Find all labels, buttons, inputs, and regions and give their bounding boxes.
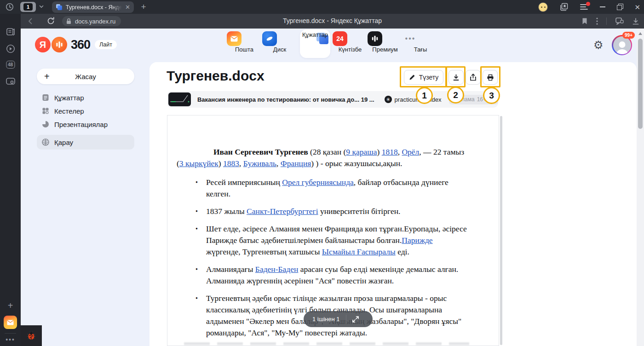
tab-title: Тургенев.docx - Яндекс [66,4,122,11]
browser-menu-icon[interactable] [580,4,588,10]
document-link[interactable]: Парижде [402,236,432,245]
browser-tab-strip: 1 Тургенев.docx - Яндекс ✕ + ✕ [0,0,644,14]
nav-item-documents[interactable]: Құжаттар [298,31,333,38]
tab-counter[interactable]: 1 [20,2,36,12]
calendar-icon: 24 [333,31,347,46]
news-feed-icon[interactable] [6,27,16,37]
page-indicator-text: 1 ішінен 1 [312,316,339,323]
fullscreen-expand-icon[interactable] [352,316,359,323]
sidebar-item-view[interactable]: Қарау [37,135,134,150]
browser-window: 1 Тургенев.docx - Яндекс ✕ + ✕ [0,0,644,346]
document-link[interactable]: Санкт-Петербургтегі [247,207,318,216]
share-button[interactable] [466,70,481,85]
document-list-icon [41,93,50,102]
screenshot-icon[interactable] [5,76,16,86]
document-text: ) ) - орыс жазушысы,ақын. [311,159,402,168]
document-link[interactable]: Орел губерниясында [282,178,354,187]
ad-source[interactable]: ✳ practicum.yandex [385,96,442,103]
ad-title: Вакансия инженера по тестированию: от но… [197,96,374,103]
highlight-box-print [480,66,500,87]
document-link[interactable]: 9 қараша [346,147,377,156]
document-link[interactable]: Буживаль [243,159,276,168]
video-play-icon[interactable] [6,44,16,54]
yandex-mail-icon[interactable] [4,316,17,329]
document-link[interactable]: 1883 [223,159,239,168]
window-restore-button[interactable] [617,5,622,10]
document-bullet: Ресей империясының Орел губерниясында, б… [194,177,468,200]
annotation-circle-3: 3 [483,87,500,104]
browser-scrollbar[interactable] [637,29,644,346]
history-clock-icon[interactable] [5,2,14,12]
document-text: , [239,159,243,168]
bookmarks-panel-icon[interactable] [560,3,568,11]
downloads-icon[interactable] [632,17,639,25]
tab-close-icon[interactable]: ✕ [125,4,130,10]
document-text: ) [377,147,382,156]
chevron-down-icon[interactable] [39,4,44,9]
browser-toolbar: docs.yandex.ru Тургенев.docx - Яндекс Құ… [21,14,644,29]
create-button[interactable]: + Жасау [37,69,134,84]
document-link[interactable]: Франция [281,159,311,168]
nav-item-disk[interactable]: Диск [262,31,297,53]
annotation-circle-1: 1 [416,87,433,104]
scroll-up-arrow[interactable] [638,32,642,35]
cutoff-text-hint [184,342,469,345]
share-icon [470,74,477,81]
sidebar-divider [5,333,16,334]
browser-profile-avatar[interactable] [538,2,548,12]
bug-ad-overlay[interactable] [21,325,42,346]
add-panel-icon[interactable]: + [8,301,13,310]
pill-divider [346,315,346,324]
nav-item-calendar[interactable]: 24 Күнтізбе [333,31,368,53]
practicum-logo-icon: ✳ [385,96,392,103]
browser-tab[interactable]: Тургенев.docx - Яндекс ✕ [52,1,134,13]
document-text: Иван Сергеевич Тургенев [213,147,308,156]
highlight-box-edit [400,66,447,87]
nav-item-premium[interactable]: Премиум [368,31,402,53]
document-text: еді. [396,247,409,256]
more-apps-icon: ••• [403,31,418,46]
disk-icon [262,31,277,46]
user-avatar[interactable]: 99+ [612,35,632,55]
document-link[interactable]: 1818 [382,147,398,156]
sidebar-item-tables[interactable]: Кестелер [37,104,134,117]
document-title: Тургенев.docx [167,68,264,84]
annotation-circle-2: 2 [447,86,464,104]
document-link[interactable]: Баден-Баден [255,265,299,274]
page-scrollbar[interactable] [500,116,502,345]
presentations-pie-icon [41,120,50,128]
window-minimize-button[interactable] [600,6,605,7]
mail-icon [227,31,242,46]
bookmark-icon[interactable] [581,17,588,25]
ladybug-icon [25,330,37,342]
document-favicon [56,4,63,11]
document-text: 1837 жылы [206,207,247,216]
sidebar-item-presentations[interactable]: Презентациялар [37,118,134,131]
window-close-button[interactable]: ✕ [634,4,640,11]
document-text: университетін бітірген. [318,207,401,216]
more-options-icon[interactable] [596,17,598,25]
globe-icon [41,138,50,146]
scrollbar-thumb[interactable] [638,39,643,129]
nav-item-mail[interactable]: Пошта [227,31,262,53]
document-link[interactable]: 3 қыркүйек [179,159,218,168]
extensions-icon[interactable] [615,17,624,25]
page-title: Тургенев.docx - Яндекс Құжаттар [21,17,644,24]
nav-item-more[interactable]: ••• Тағы [403,31,438,53]
document-text: Алманиядағы [206,265,255,274]
ad-thumbnail [168,92,191,106]
new-tab-button[interactable]: + [138,1,149,12]
menu-notification-dot [586,2,590,6]
highlight-box-download [446,66,466,87]
sidebar-more-icon[interactable]: ••• [6,336,15,343]
settings-gear-icon[interactable]: ⚙ [593,39,604,52]
document-bullet: 1837 жылы Санкт-Петербургтегі университе… [194,206,468,217]
document-link[interactable]: Орёл [402,147,419,156]
document-text: ) [218,159,223,168]
document-link[interactable]: Ысмайыл Ғаспыралы [322,247,396,256]
tables-grid-icon [41,107,50,115]
counter-badge-icon[interactable]: 48 [6,61,15,69]
document-bullet: Алманиядағы Баден-Баден арасан суы бар е… [194,264,468,287]
sidebar-item-documents[interactable]: Құжаттар [37,91,134,104]
app-navigation: Пошта Диск Құжаттар 24 Күнтізбе Премиум … [0,31,644,62]
